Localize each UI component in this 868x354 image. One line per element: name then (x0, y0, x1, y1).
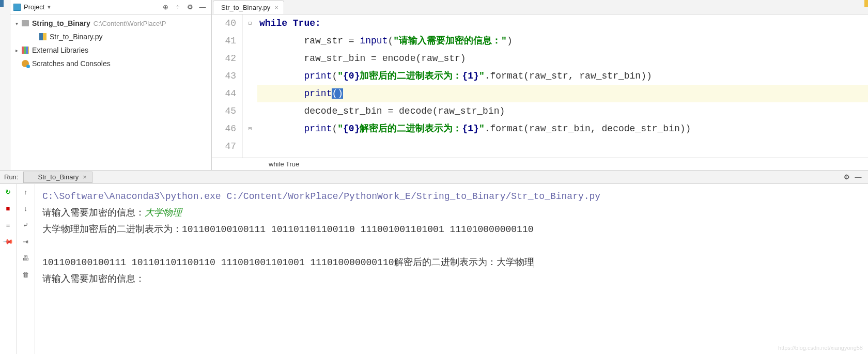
line-number: 45 (212, 102, 236, 120)
string: 解密后的二进制表示为： (360, 124, 462, 134)
code-editor[interactable]: 40 41 42 43 44 45 46 47 ⊟ ⊟ while True: … (212, 14, 868, 158)
pin-icon[interactable]: 📌 (2, 235, 14, 248)
code-line[interactable]: print("{0}加密后的二进制表示为：{1}".format(raw_str… (257, 67, 868, 85)
collapse-icon[interactable]: ÷ (172, 2, 183, 13)
run-tool-window: Run: Str_to_Binary × ⚙ — ↻ ■ ≡ 📌 ↑ ↓ ⤶ ⇥… (0, 171, 868, 354)
rerun-icon[interactable]: ↻ (4, 187, 13, 196)
editor-tab-bar: Str_to_Binary.py × (212, 0, 868, 14)
code-text: raw_str_bin = encode(raw_str) (259, 53, 466, 64)
scratches-and-consoles[interactable]: Scratches and Consoles (10, 57, 211, 70)
down-icon[interactable]: ↓ (21, 204, 30, 213)
trash-icon[interactable]: 🗑 (21, 270, 30, 279)
run-label: Run: (4, 173, 18, 181)
breadcrumb-item[interactable]: while True (269, 160, 299, 168)
locate-icon[interactable]: ⊕ (160, 2, 171, 13)
gear-icon[interactable]: ⚙ (184, 2, 196, 13)
console-line: 大学物理加密后的二进制表示为：101100100100111 101101101… (42, 221, 861, 238)
code-line[interactable]: while True: (257, 14, 868, 32)
line-number: 46 (212, 120, 236, 137)
format-spec: {1} (462, 124, 478, 134)
code-text (259, 71, 304, 81)
line-number: 47 (212, 137, 236, 155)
close-icon[interactable]: × (83, 173, 87, 181)
hide-icon[interactable]: — (197, 2, 208, 13)
editor-tab-label: Str_to_Binary.py (221, 4, 270, 11)
console-text: 101100100100111 101101101100110 11100100… (42, 257, 534, 268)
chevron-down-icon[interactable]: ▼ (47, 5, 51, 10)
code-text: decode_str_bin = decode(raw_str_bin) (259, 106, 505, 116)
scroll-end-icon[interactable]: ⇥ (21, 237, 30, 246)
external-libs-label: External Libraries (32, 46, 88, 54)
close-icon[interactable]: × (274, 4, 278, 11)
scratches-label: Scratches and Consoles (32, 59, 111, 68)
string: "请输入需要加密的信息：" (393, 36, 507, 46)
project-root-path: C:\Content\WorkPlace\P (94, 20, 166, 27)
code-lines[interactable]: while True: raw_str = input("请输入需要加密的信息：… (257, 14, 868, 158)
code-text (259, 124, 304, 134)
selection: () (332, 88, 343, 99)
editor-area: Str_to_Binary.py × 40 41 42 43 44 45 46 … (212, 0, 868, 170)
code-line[interactable]: decode_str_bin = decode(raw_str_bin) (257, 102, 868, 120)
editor-tab[interactable]: Str_to_Binary.py × (213, 1, 284, 14)
chevron-right-icon[interactable]: ▸ (16, 48, 22, 53)
scratches-icon (22, 60, 29, 67)
fold-icon[interactable]: ⊟ (243, 14, 257, 32)
hide-icon[interactable]: — (853, 172, 864, 183)
code-text: True: (287, 18, 321, 28)
code-line[interactable]: raw_str = input("请输入需要加密的信息：") (257, 32, 868, 50)
chevron-down-icon[interactable]: ▾ (16, 21, 22, 26)
soft-wrap-icon[interactable]: ⤶ (21, 220, 30, 229)
code-text: .format(raw_str, raw_str_bin)) (485, 71, 652, 81)
code-line[interactable]: raw_str_bin = encode(raw_str) (257, 50, 868, 67)
line-number: 42 (212, 50, 236, 67)
line-number: 40 (212, 14, 236, 32)
builtin: print (304, 124, 332, 134)
run-tab[interactable]: Str_to_Binary × (23, 172, 92, 183)
print-icon[interactable]: 🖶 (21, 253, 30, 263)
fold-end-icon[interactable]: ⊟ (243, 120, 257, 137)
code-line-current[interactable]: print() (257, 85, 868, 102)
stop-icon[interactable]: ■ (4, 204, 13, 213)
string: " (479, 71, 485, 81)
line-number: 44 (212, 85, 236, 102)
project-file[interactable]: Str_to_Binary.py (10, 30, 211, 43)
project-root[interactable]: ▾ String_to_Binary C:\Content\WorkPlace\… (10, 17, 211, 30)
project-panel-title[interactable]: Project (24, 3, 44, 11)
project-icon (13, 4, 21, 11)
code-text: ( (388, 36, 393, 46)
code-text: .format(raw_str_bin, decode_str_bin)) (485, 124, 691, 134)
code-text: ( (332, 124, 337, 134)
builtin: input (360, 36, 388, 46)
run-toolbar-right: ↑ ↓ ⤶ ⇥ 🖶 🗑 (17, 184, 35, 354)
console-output[interactable]: C:\Software\Anaconda3\python.exe C:/Cont… (35, 184, 868, 354)
project-root-name: String_to_Binary (32, 19, 90, 27)
folder-icon (22, 20, 29, 26)
console-line: 请输入需要加密的信息：大学物理 (42, 205, 861, 221)
run-tab-label: Str_to_Binary (38, 173, 79, 181)
code-line[interactable]: print("{0}解密后的二进制表示为：{1}".format(raw_str… (257, 120, 868, 137)
builtin: print (304, 71, 332, 81)
libraries-icon (22, 47, 29, 54)
python-file-icon (39, 33, 47, 40)
code-text (259, 88, 304, 99)
project-file-name: Str_to_Binary.py (50, 33, 102, 41)
gear-icon[interactable]: ⚙ (841, 172, 853, 183)
code-text: ( (332, 71, 337, 81)
string: " (479, 124, 485, 134)
keyword: while (259, 18, 287, 28)
up-icon[interactable]: ↑ (21, 187, 30, 196)
project-panel-header: Project ▼ ⊕ ÷ ⚙ — (10, 0, 211, 14)
external-libraries[interactable]: ▸ External Libraries (10, 43, 211, 57)
console-command: C:\Software\Anaconda3\python.exe C:/Cont… (42, 188, 861, 205)
console-user-input: 大学物理 (145, 208, 182, 218)
code-text: ) (507, 36, 513, 46)
breadcrumb[interactable]: while True (212, 158, 868, 170)
layout-icon[interactable]: ≡ (4, 220, 13, 229)
run-toolbar-left: ↻ ■ ≡ 📌 (0, 184, 17, 354)
line-number: 41 (212, 32, 236, 50)
console-line: 101100100100111 101101101100110 11100100… (42, 254, 861, 271)
format-spec: {0} (343, 71, 360, 81)
string: 加密后的二进制表示为： (360, 71, 462, 81)
left-gutter-bar (0, 0, 10, 170)
project-tree: ▾ String_to_Binary C:\Content\WorkPlace\… (10, 14, 211, 72)
